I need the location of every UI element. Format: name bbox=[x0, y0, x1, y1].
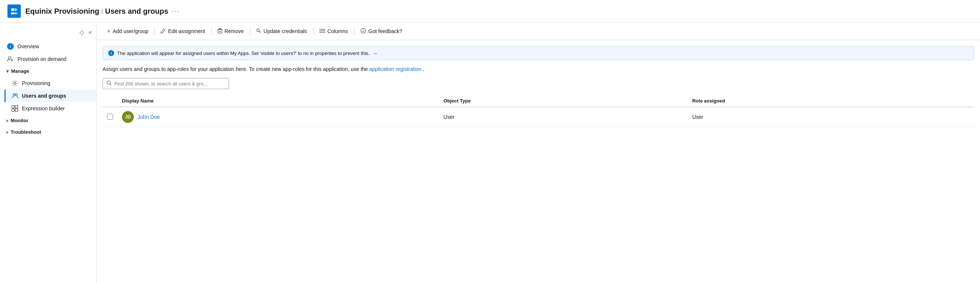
update-credentials-label: Update credentials bbox=[264, 28, 307, 34]
expression-builder-label: Expression builder bbox=[22, 106, 65, 111]
columns-label: Columns bbox=[328, 28, 348, 34]
info-banner-text: The application will appear for assigned… bbox=[117, 51, 369, 56]
add-icon: + bbox=[107, 28, 110, 35]
table-header: Display Name Object Type Role assigned bbox=[103, 95, 974, 107]
remove-button[interactable]: Remove bbox=[213, 26, 248, 37]
svg-point-7 bbox=[16, 94, 18, 96]
svg-point-3 bbox=[14, 12, 18, 14]
row-object-type-cell: User bbox=[439, 107, 688, 127]
svg-point-0 bbox=[11, 8, 14, 11]
sidebar-item-users-and-groups[interactable]: Users and groups bbox=[5, 90, 96, 102]
sidebar-item-overview[interactable]: i Overview bbox=[0, 40, 96, 53]
sidebar-controls: ◇ « bbox=[0, 25, 96, 40]
data-table: Display Name Object Type Role assigned bbox=[103, 95, 974, 127]
toolbar-divider-5 bbox=[354, 27, 354, 35]
table-container: Display Name Object Type Role assigned bbox=[103, 95, 974, 127]
row-checkbox-cell bbox=[103, 107, 118, 127]
layout: ◇ « i Overview Provision on demand ∨ bbox=[0, 23, 980, 283]
col-checkbox bbox=[103, 95, 118, 107]
page-title: Users and groups bbox=[105, 7, 169, 16]
troubleshoot-label: Troubleshoot bbox=[10, 129, 41, 135]
table-row: JD John Doe User User bbox=[103, 107, 974, 127]
svg-rect-10 bbox=[12, 109, 14, 111]
user-link[interactable]: John Doe bbox=[138, 114, 160, 120]
sidebar-item-expression-builder[interactable]: Expression builder bbox=[5, 102, 96, 115]
row-role-assigned-cell: User bbox=[688, 107, 974, 127]
header-separator: | bbox=[102, 8, 103, 14]
description-text: Assign users and groups to app-roles for… bbox=[103, 66, 974, 72]
remove-label: Remove bbox=[224, 28, 244, 34]
monitor-label: Monitor bbox=[10, 118, 28, 123]
svg-rect-11 bbox=[15, 109, 18, 111]
got-feedback-button[interactable]: Got feedback? bbox=[356, 26, 407, 37]
description-text-after: . bbox=[423, 66, 424, 72]
search-container bbox=[103, 78, 974, 89]
svg-rect-12 bbox=[218, 29, 222, 33]
search-icon bbox=[107, 81, 111, 87]
col-object-type: Object Type bbox=[439, 95, 688, 107]
sidebar-section-manage[interactable]: ∨ Manage bbox=[0, 65, 96, 77]
key-icon bbox=[256, 28, 261, 35]
update-credentials-button[interactable]: Update credentials bbox=[252, 26, 312, 37]
info-banner-arrow: → bbox=[372, 51, 377, 56]
info-banner: i The application will appear for assign… bbox=[103, 46, 974, 60]
top-header: Equinix Provisioning | Users and groups … bbox=[0, 0, 980, 23]
application-registration-link[interactable]: application registration bbox=[369, 66, 421, 72]
header-more-button[interactable]: ··· bbox=[172, 8, 180, 15]
info-banner-icon: i bbox=[108, 50, 114, 56]
sidebar-section-monitor[interactable]: > Monitor bbox=[0, 115, 96, 126]
troubleshoot-chevron-icon: > bbox=[6, 130, 8, 134]
edit-assignment-label: Edit assignment bbox=[168, 28, 205, 34]
search-input[interactable] bbox=[115, 81, 225, 87]
expression-builder-icon bbox=[11, 105, 18, 112]
sidebar-manage-subitems: Provisioning Users and groups bbox=[0, 77, 96, 115]
add-user-group-button[interactable]: + Add user/group bbox=[103, 25, 153, 37]
provision-on-demand-icon bbox=[7, 56, 14, 62]
toolbar-divider-3 bbox=[250, 27, 250, 35]
svg-point-6 bbox=[13, 93, 15, 96]
users-and-groups-icon bbox=[11, 92, 18, 99]
search-box bbox=[103, 78, 229, 89]
remove-icon bbox=[218, 28, 222, 35]
sidebar-item-provisioning[interactable]: Provisioning bbox=[5, 77, 96, 90]
sidebar-sort-button[interactable]: ◇ bbox=[78, 27, 86, 37]
users-and-groups-label: Users and groups bbox=[22, 93, 66, 99]
got-feedback-label: Got feedback? bbox=[368, 28, 402, 34]
manage-chevron-icon: ∨ bbox=[6, 69, 9, 74]
add-user-group-label: Add user/group bbox=[113, 28, 148, 34]
columns-icon bbox=[319, 28, 325, 35]
toolbar-divider-4 bbox=[313, 27, 313, 35]
svg-point-1 bbox=[14, 8, 17, 11]
app-name: Equinix Provisioning bbox=[25, 7, 99, 16]
toolbar-divider-1 bbox=[154, 27, 155, 35]
edit-icon bbox=[161, 28, 166, 35]
col-display-name: Display Name bbox=[118, 95, 439, 107]
sidebar-section-troubleshoot[interactable]: > Troubleshoot bbox=[0, 126, 96, 138]
toolbar-divider-2 bbox=[211, 27, 212, 35]
svg-line-20 bbox=[110, 84, 111, 85]
provisioning-label: Provisioning bbox=[22, 80, 50, 86]
svg-point-19 bbox=[107, 81, 110, 84]
overview-label: Overview bbox=[18, 43, 39, 49]
svg-rect-9 bbox=[15, 106, 18, 108]
description-text-before: Assign users and groups to app-roles for… bbox=[103, 66, 368, 72]
svg-point-4 bbox=[8, 57, 11, 59]
overview-icon: i bbox=[7, 43, 14, 50]
edit-assignment-button[interactable]: Edit assignment bbox=[156, 26, 210, 37]
monitor-chevron-icon: > bbox=[6, 119, 8, 123]
feedback-icon bbox=[360, 28, 366, 35]
columns-button[interactable]: Columns bbox=[315, 26, 352, 37]
avatar: JD bbox=[122, 111, 134, 123]
row-checkbox[interactable] bbox=[107, 114, 113, 120]
svg-rect-8 bbox=[12, 106, 14, 108]
sidebar-collapse-button[interactable]: « bbox=[87, 27, 93, 37]
row-display-name-cell: JD John Doe bbox=[118, 107, 439, 127]
col-role-assigned: Role assigned bbox=[688, 95, 974, 107]
main-content: + Add user/group Edit assignment bbox=[97, 23, 980, 283]
sidebar-item-provision-on-demand[interactable]: Provision on demand bbox=[0, 53, 96, 65]
toolbar: + Add user/group Edit assignment bbox=[97, 23, 980, 40]
user-cell: JD John Doe bbox=[122, 111, 434, 123]
app-icon-svg bbox=[10, 7, 19, 16]
app-icon bbox=[8, 5, 21, 18]
provisioning-icon bbox=[11, 80, 18, 87]
